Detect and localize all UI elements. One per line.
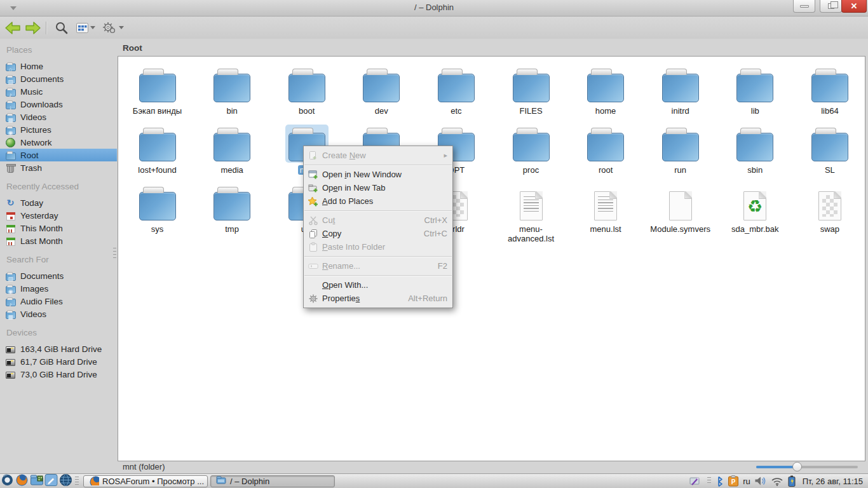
zoom-slider-handle[interactable]	[792, 462, 802, 471]
tray-volume-icon[interactable]	[754, 476, 767, 486]
sidebar-item-label: Music	[20, 87, 43, 97]
rosa-launcher-icon	[1, 473, 14, 488]
file-item-proc[interactable]: proc	[494, 125, 568, 175]
file-item-lib64[interactable]: lib64	[792, 65, 867, 116]
tray-battery-icon[interactable]	[787, 475, 796, 487]
file-item-dev[interactable]: dev	[344, 65, 419, 116]
file-item-root[interactable]: root	[569, 125, 643, 175]
file-item-bin[interactable]: bin	[195, 65, 269, 116]
file-icon	[517, 184, 546, 222]
launcher-firefox[interactable]	[15, 474, 29, 488]
file-item-module-symvers[interactable]: Module.symvers	[643, 184, 717, 234]
sidebar-item-this-month[interactable]: This Month	[0, 222, 117, 234]
keyboard-layout-indicator[interactable]: ru	[743, 477, 750, 486]
file-item-media[interactable]: media	[195, 125, 269, 175]
file-item-lib[interactable]: lib	[718, 65, 792, 116]
sidebar-item-yesterday[interactable]: Yesterday	[0, 209, 117, 222]
search-button[interactable]	[52, 19, 71, 36]
view-mode-button[interactable]	[75, 19, 97, 36]
menu-item-add-to-places[interactable]: Add to Places	[304, 194, 452, 208]
close-button[interactable]: ✕	[841, 0, 867, 13]
tray-screenshot-wand-icon[interactable]	[689, 476, 702, 487]
file-item-home[interactable]: home	[569, 65, 643, 116]
file-item-etc[interactable]: etc	[419, 65, 493, 116]
file-item-sbin[interactable]: sbin	[718, 125, 792, 175]
file-item-label: menu-advanced.lst	[494, 224, 567, 243]
file-item-sys[interactable]: sys	[120, 184, 194, 234]
file-item-бэкап-винды[interactable]: Бэкап винды	[120, 65, 194, 116]
sidebar-item-last-month[interactable]: Last Month	[0, 234, 117, 247]
file-item-label: SL	[823, 165, 837, 175]
folder-icon	[136, 125, 179, 163]
sidebar-item-network[interactable]: Network	[0, 136, 117, 149]
back-button[interactable]	[4, 19, 22, 36]
menu-item-copy[interactable]: CopyCtrl+C	[304, 227, 452, 240]
menu-shortcut: Alt+Return	[408, 294, 447, 303]
sidebar-item-trash[interactable]: Trash	[0, 161, 117, 174]
menu-item-open-in-new-window[interactable]: Open in New Window	[304, 168, 452, 181]
settings-button[interactable]	[100, 19, 125, 36]
sidebar-item-label: Documents	[20, 271, 64, 281]
sidebar-item-73-0-gib-hard-drive[interactable]: 73,0 GiB Hard Drive	[0, 368, 117, 381]
back-icon	[4, 21, 21, 35]
sidebar-item-audio-files[interactable]: ♪Audio Files	[0, 295, 117, 308]
forward-button[interactable]	[24, 19, 42, 36]
minimize-button[interactable]	[793, 0, 815, 13]
sidebar-item-61-7-gib-hard-drive[interactable]: 61,7 GiB Hard Drive	[0, 355, 117, 368]
file-item-initrd[interactable]: initrd	[643, 65, 717, 116]
menu-item-rename: Rename...F2	[304, 259, 452, 273]
folder-icon	[136, 184, 179, 222]
sidebar-item-downloads[interactable]: ↓Downloads	[0, 98, 117, 111]
sidebar-item-documents[interactable]: ▤Documents	[0, 72, 117, 85]
file-item-menu-lst[interactable]: menu.lst	[569, 184, 643, 234]
launcher-web-browser[interactable]	[58, 474, 73, 488]
folder-icon	[510, 125, 553, 163]
sidebar-item-pictures[interactable]: ◉Pictures	[0, 123, 117, 136]
sidebar-item-images[interactable]: ◉Images	[0, 282, 117, 295]
file-item-boot[interactable]: boot	[269, 65, 344, 116]
panel-splitter-handle[interactable]	[113, 248, 116, 259]
taskbar-task-rosaforum-просмотр[interactable]: ROSAForum • Просмотр ...	[83, 475, 208, 487]
file-item-files[interactable]: FILES	[494, 65, 568, 116]
tray-clipboard-icon[interactable]: P	[728, 475, 739, 487]
file-item-run[interactable]: run	[643, 125, 717, 175]
launcher-text-editor[interactable]	[44, 474, 58, 488]
file-item-sda-mbr-bak[interactable]: sda_mbr.bak	[718, 184, 792, 234]
file-item-sl[interactable]: SL	[792, 125, 867, 175]
file-item-lost-found[interactable]: lost+found	[120, 125, 194, 175]
tray-handle[interactable]	[707, 477, 711, 485]
sidebar-section-devices: Devices	[0, 328, 117, 339]
file-item-tmp[interactable]: tmp	[195, 184, 269, 234]
sidebar-item-videos[interactable]: ▦Videos	[0, 308, 117, 320]
sidebar-item-documents[interactable]: ▤Documents	[0, 269, 117, 282]
star-plus-icon	[308, 196, 318, 207]
folder-view[interactable]: Бэкап виндыbinbootdevetcFILEShomeinitrdl…	[118, 56, 865, 461]
sidebar-item-today[interactable]: ↻Today	[0, 196, 117, 209]
folder-icon	[210, 125, 254, 163]
sidebar-item-label: Pictures	[20, 125, 51, 135]
file-item-label: root	[597, 165, 614, 175]
launcher-rosa-launcher[interactable]	[0, 474, 15, 488]
settings-caret-icon	[119, 26, 124, 29]
file-item-swap[interactable]: swap	[792, 184, 867, 234]
taskbar-handle[interactable]	[75, 477, 79, 485]
tray-bluetooth-icon[interactable]	[717, 476, 724, 487]
sidebar-item-music[interactable]: ♪Music	[0, 85, 117, 98]
menu-item-properties[interactable]: PropertiesAlt+Return	[304, 292, 452, 305]
launcher-file-manager[interactable]	[29, 474, 44, 488]
sidebar-item-videos[interactable]: ▦Videos	[0, 111, 117, 123]
calendar-icon	[5, 223, 16, 234]
sidebar-item-home[interactable]: ⌂Home	[0, 60, 117, 72]
taskbar-task-dolphin[interactable]: / – Dolphin	[210, 475, 335, 487]
folder-icon	[360, 65, 403, 104]
maximize-button[interactable]	[820, 0, 842, 13]
tray-wifi-icon[interactable]	[771, 477, 783, 486]
titlebar[interactable]: / – Dolphin ✕	[0, 0, 868, 17]
zoom-slider[interactable]	[756, 466, 858, 468]
sidebar-item-root[interactable]: Root	[0, 149, 117, 161]
menu-item-open-with[interactable]: Open With...	[304, 278, 452, 292]
taskbar-clock[interactable]: Пт, 26 авг, 11:15	[803, 477, 863, 486]
menu-item-open-in-new-tab[interactable]: Open in New Tab	[304, 181, 452, 194]
file-item-menu-advanced-lst[interactable]: menu-advanced.lst	[494, 184, 568, 243]
sidebar-item-163-4-gib-hard-drive[interactable]: 163,4 GiB Hard Drive	[0, 342, 117, 355]
